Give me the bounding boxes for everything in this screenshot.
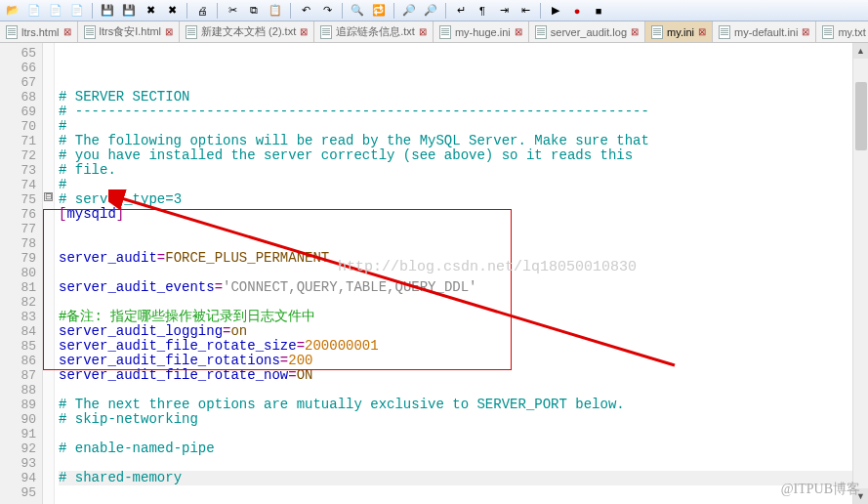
chars-icon[interactable]: ¶	[474, 2, 491, 20]
paste-icon[interactable]: 📋	[267, 2, 284, 20]
fold-minus-icon[interactable]: ⊟	[44, 192, 53, 201]
file-icon	[719, 25, 730, 39]
line-number: 88	[0, 383, 42, 398]
tab-server-audit[interactable]: server_audit.log⊠	[529, 21, 645, 42]
code-line: server_audit_file_rotations=200	[59, 353, 312, 368]
tab-ltrs-shian[interactable]: ltrs食安I.html⊠	[78, 21, 181, 42]
fold-column: ⊟	[43, 43, 55, 504]
code-line: #	[59, 177, 66, 192]
code-line: # --------------------------------------…	[59, 104, 649, 119]
separator	[217, 3, 218, 19]
tab-my-ini[interactable]: my.ini⊠	[645, 21, 713, 42]
line-number: 94	[0, 471, 42, 485]
code-line: # shared-memory	[59, 471, 868, 485]
file-icon	[84, 25, 96, 39]
tab-close-icon[interactable]: ⊠	[802, 26, 809, 37]
document-edit-icon[interactable]: 📄	[68, 2, 86, 20]
wrap-icon[interactable]: ↵	[452, 2, 470, 20]
print-icon[interactable]: 🖨	[193, 2, 211, 20]
scroll-thumb[interactable]	[855, 82, 867, 150]
line-number: 70	[0, 119, 42, 134]
tab-label: my.txt	[838, 26, 866, 38]
tab-my-txt[interactable]: my.txt⊠	[816, 21, 868, 42]
file-icon	[439, 25, 451, 39]
macro-record-icon[interactable]: ●	[568, 2, 586, 20]
line-number: 73	[0, 163, 42, 178]
separator	[445, 3, 446, 19]
tab-close-icon[interactable]: ⊠	[419, 26, 427, 37]
code-line: [mysqld]	[59, 206, 124, 222]
code-line: # The following options will be read by …	[59, 133, 649, 148]
save-icon[interactable]: 💾	[99, 2, 116, 20]
zoom-in-icon[interactable]: 🔎	[400, 2, 418, 20]
line-number: 83	[0, 310, 42, 324]
code-line: server_audit=FORCE_PLUS_PERMANENT	[59, 250, 329, 266]
code-line: server_audit_events='CONNECT,QUERY,TABLE…	[59, 279, 477, 295]
tab-label: server_audit.log	[551, 26, 627, 38]
replace-icon[interactable]: 🔁	[370, 2, 388, 20]
code-line: #备注: 指定哪些操作被记录到日志文件中	[59, 309, 315, 324]
tab-newtext[interactable]: 新建文本文档 (2).txt⊠	[180, 21, 314, 42]
code-line: # SERVER SECTION	[59, 89, 189, 105]
line-number: 84	[0, 324, 42, 339]
code-line: # enable-named-pipe	[59, 441, 215, 456]
line-number: 89	[0, 398, 42, 412]
line-number: 69	[0, 105, 42, 119]
tab-trace[interactable]: 追踪链条信息.txt⊠	[314, 21, 434, 42]
toolbar: 📂 📄 📄 📄 💾 💾 ✖ ✖ 🖨 ✂ ⧉ 📋 ↶ ↷ 🔍 🔁 🔎 🔎 ↵ ¶ …	[0, 0, 868, 21]
line-number: 76	[0, 207, 42, 222]
tab-ltrs-html[interactable]: ltrs.html⊠	[0, 21, 78, 42]
tab-my-default[interactable]: my-default.ini⊠	[713, 21, 816, 42]
line-number: 80	[0, 266, 42, 280]
tab-close-icon[interactable]: ⊠	[631, 26, 639, 37]
tab-my-huge[interactable]: my-huge.ini⊠	[434, 21, 529, 42]
line-number: 74	[0, 178, 42, 192]
indent-icon[interactable]: ⇥	[495, 2, 513, 20]
tab-close-icon[interactable]: ⊠	[300, 26, 308, 37]
redo-icon[interactable]: ↷	[318, 2, 336, 20]
watermark-corner: @ITPUB博客	[781, 481, 860, 498]
file-icon	[186, 25, 197, 39]
code-line: #	[59, 118, 66, 134]
undo-icon[interactable]: ↶	[297, 2, 314, 20]
tab-close-icon[interactable]: ⊠	[515, 26, 522, 37]
tab-label: my.ini	[667, 26, 694, 38]
code-area[interactable]: # SERVER SECTION # ---------------------…	[55, 43, 868, 504]
close-all-icon[interactable]: ✖	[163, 2, 181, 20]
line-number: 72	[0, 148, 42, 163]
close-icon[interactable]: ✖	[142, 2, 159, 20]
editor: 6566676869707172737475767778798081828384…	[0, 43, 868, 504]
line-number: 90	[0, 412, 42, 427]
document-icon[interactable]: 📄	[25, 2, 43, 20]
tab-label: ltrs食安I.html	[100, 24, 162, 39]
watermark-center: http://blog.csdn.net/lq18050010830	[338, 260, 637, 274]
vertical-scrollbar[interactable]: ▲ ▼	[852, 43, 868, 504]
tab-close-icon[interactable]: ⊠	[165, 26, 173, 37]
outdent-icon[interactable]: ⇤	[517, 2, 534, 20]
line-number: 91	[0, 427, 42, 441]
file-icon	[822, 25, 834, 39]
file-icon	[535, 25, 547, 39]
line-number: 79	[0, 251, 42, 266]
macro-play-icon[interactable]: ▶	[547, 2, 564, 20]
zoom-out-icon[interactable]: 🔎	[422, 2, 439, 20]
code-line: # file.	[59, 162, 116, 178]
line-number: 86	[0, 354, 42, 368]
macro-stop-icon[interactable]: ■	[590, 2, 607, 20]
separator	[92, 3, 93, 19]
cut-icon[interactable]: ✂	[224, 2, 241, 20]
tab-label: my-huge.ini	[455, 26, 511, 38]
line-number: 75	[0, 192, 42, 207]
copy-icon[interactable]: ⧉	[245, 2, 263, 20]
folder-open-icon[interactable]: 📂	[4, 2, 21, 20]
tab-close-icon[interactable]: ⊠	[698, 26, 706, 37]
separator	[290, 3, 291, 19]
separator	[540, 3, 541, 19]
tab-close-icon[interactable]: ⊠	[63, 26, 71, 37]
find-icon[interactable]: 🔍	[349, 2, 366, 20]
separator	[186, 3, 187, 19]
save-all-icon[interactable]: 💾	[120, 2, 138, 20]
scroll-up-icon[interactable]: ▲	[853, 43, 868, 59]
line-number: 68	[0, 90, 42, 105]
document-add-icon[interactable]: 📄	[47, 2, 64, 20]
